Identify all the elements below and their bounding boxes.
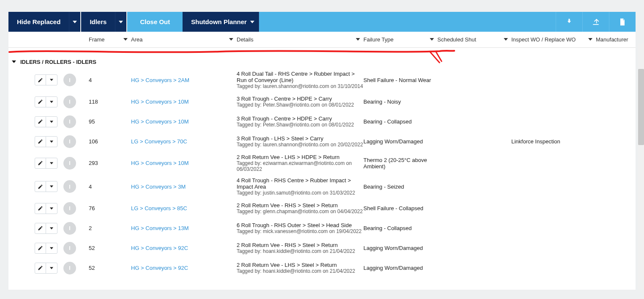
- edit-split-button[interactable]: [35, 203, 57, 214]
- edit-split-button[interactable]: [35, 96, 57, 107]
- edit-caret[interactable]: [46, 203, 57, 214]
- edit-split-button[interactable]: [35, 136, 57, 147]
- col-manufacturer[interactable]: Manufacturer: [596, 36, 634, 43]
- table-row: I 76 LG > Conveyors > 85C 2 Roll Return …: [8, 198, 636, 218]
- col-area-label: Area: [131, 36, 142, 43]
- details-cell: 2 Roll Return Vee - LHS > HDPE > Return …: [237, 154, 363, 172]
- group-header[interactable]: IDLERS / ROLLERS - IDLERS: [8, 55, 636, 68]
- edit-caret[interactable]: [46, 263, 57, 273]
- col-details[interactable]: Details: [237, 36, 363, 43]
- frame-cell: 52: [89, 245, 131, 251]
- failure-cell: Bearing - Collapsed: [363, 225, 437, 231]
- col-area[interactable]: Area: [131, 36, 237, 43]
- table-row: I 106 LG > Conveyors > 70C 3 Roll Trough…: [8, 132, 636, 151]
- table-row: I 4 HG > Conveyors > 3M 4 Roll Trough - …: [8, 175, 636, 198]
- edit-icon[interactable]: [35, 203, 46, 214]
- col-mfr-label: Manufacturer: [596, 36, 628, 43]
- area-link[interactable]: HG > Conveyors > 10M: [131, 160, 237, 166]
- type-badge: I: [63, 180, 76, 193]
- failure-cell: Lagging Worn/Damaged: [363, 138, 437, 145]
- table-row: I 118 HG > Conveyors > 10M 3 Roll Trough…: [8, 92, 636, 112]
- edit-split-button[interactable]: [35, 181, 57, 192]
- idlers-button[interactable]: Idlers: [81, 12, 115, 32]
- edit-split-button[interactable]: [35, 263, 57, 274]
- area-link[interactable]: HG > Conveyors > 10M: [131, 118, 237, 125]
- area-link[interactable]: LG > Conveyors > 70C: [131, 138, 237, 145]
- edit-icon[interactable]: [35, 243, 46, 253]
- edit-split-button[interactable]: [35, 116, 57, 127]
- group-header-label: IDLERS / ROLLERS - IDLERS: [20, 59, 96, 65]
- details-cell: 4 Roll Dual Tail - RHS Centre > Rubber I…: [237, 71, 363, 89]
- shutdown-planner-button[interactable]: Shutdown Planner: [183, 12, 259, 32]
- table-row: I 52 HG > Conveyors > 92C 2 Roll Return …: [8, 258, 636, 278]
- frame-cell: 2: [89, 225, 131, 231]
- scrollbar[interactable]: [638, 44, 644, 290]
- details-cell: 4 Roll Trough - RHS Centre > Rubber Impa…: [237, 177, 363, 196]
- table-row: I 95 HG > Conveyors > 10M 3 Roll Trough …: [8, 112, 636, 132]
- type-badge: I: [63, 135, 76, 148]
- edit-caret[interactable]: [46, 117, 57, 127]
- edit-icon[interactable]: [35, 117, 46, 127]
- area-link[interactable]: HG > Conveyors > 3M: [131, 184, 237, 190]
- shutdown-planner-label: Shutdown Planner: [191, 18, 247, 25]
- details-cell: 3 Roll Trough - LHS > Steel > Carry Tagg…: [237, 135, 363, 148]
- area-link[interactable]: HG > Conveyors > 10M: [131, 99, 237, 105]
- hide-replaced-caret[interactable]: [69, 12, 81, 32]
- close-out-button[interactable]: Close Out: [127, 12, 183, 32]
- table-row: I 293 HG > Conveyors > 10M 2 Roll Return…: [8, 151, 636, 175]
- edit-split-button[interactable]: [35, 74, 57, 85]
- frame-cell: 95: [89, 118, 131, 125]
- edit-caret[interactable]: [46, 137, 57, 147]
- edit-caret[interactable]: [46, 158, 57, 168]
- scrollbar-thumb[interactable]: [638, 69, 644, 145]
- failure-cell: Bearing - Collapsed: [363, 118, 437, 125]
- area-link[interactable]: HG > Conveyors > 92C: [131, 245, 237, 251]
- edit-icon[interactable]: [35, 137, 46, 147]
- edit-caret[interactable]: [46, 75, 57, 85]
- chevron-down-icon: [229, 36, 233, 43]
- edit-icon[interactable]: [35, 158, 46, 168]
- failure-cell: Bearing - Seized: [363, 184, 437, 190]
- details-cell: 3 Roll Trough - Centre > HDPE > Carry Ta…: [237, 115, 363, 128]
- col-failure-type[interactable]: Failure Type: [363, 36, 437, 43]
- area-link[interactable]: HG > Conveyors > 2AM: [131, 77, 237, 83]
- edit-caret[interactable]: [46, 243, 57, 253]
- area-link[interactable]: HG > Conveyors > 92C: [131, 265, 237, 271]
- details-cell: 6 Roll Trough - RHS Outer > Steel > Head…: [237, 222, 363, 234]
- frame-cell: 293: [89, 160, 131, 166]
- frame-cell: 4: [89, 77, 131, 83]
- wo-cell: Linkforce Inspection: [511, 138, 596, 145]
- type-badge: I: [63, 242, 76, 255]
- edit-icon[interactable]: [35, 181, 46, 192]
- edit-caret[interactable]: [46, 223, 57, 233]
- area-link[interactable]: LG > Conveyors > 85C: [131, 205, 237, 211]
- hide-replaced-button[interactable]: Hide Replaced: [8, 12, 69, 32]
- col-scheduled-shut[interactable]: Scheduled Shut: [437, 36, 511, 43]
- failure-cell: Shell Failure - Collapsed: [363, 205, 437, 211]
- failure-cell: Bearing - Noisy: [363, 99, 437, 105]
- edit-icon[interactable]: [35, 263, 46, 273]
- frame-cell: 76: [89, 205, 131, 211]
- chevron-down-icon: [588, 36, 592, 43]
- share-icon[interactable]: [582, 12, 609, 32]
- import-icon[interactable]: [556, 12, 582, 32]
- details-cell: 2 Roll Return Vee - LHS > Steel > Return…: [237, 262, 363, 274]
- edit-icon[interactable]: [35, 75, 46, 85]
- table-row: I 4 HG > Conveyors > 2AM 4 Roll Dual Tai…: [8, 68, 636, 92]
- edit-split-button[interactable]: [35, 243, 57, 254]
- edit-caret[interactable]: [46, 181, 57, 192]
- edit-icon[interactable]: [35, 223, 46, 233]
- edit-split-button[interactable]: [35, 223, 57, 234]
- collapse-icon: [12, 59, 16, 65]
- idlers-caret[interactable]: [115, 12, 127, 32]
- col-frame[interactable]: Frame: [89, 36, 131, 43]
- edit-split-button[interactable]: [35, 158, 57, 169]
- edit-icon[interactable]: [35, 97, 46, 107]
- area-link[interactable]: HG > Conveyors > 13M: [131, 225, 237, 231]
- file-icon[interactable]: [609, 12, 636, 32]
- edit-caret[interactable]: [46, 97, 57, 107]
- col-inspect-wo[interactable]: Inspect WO / Replace WO: [511, 36, 596, 43]
- chevron-down-icon: [430, 36, 434, 43]
- type-badge: I: [63, 96, 76, 108]
- failure-cell: Thermo 2 (20-25°C above Ambient): [363, 157, 437, 170]
